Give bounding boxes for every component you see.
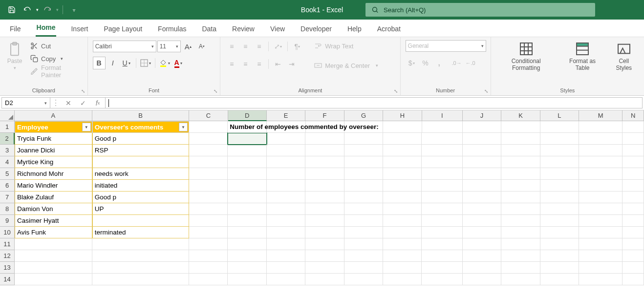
cell-N8[interactable] <box>623 203 644 215</box>
align-bottom-button[interactable]: ≡ <box>253 40 265 53</box>
cell-L12[interactable] <box>540 250 579 262</box>
cell-L10[interactable] <box>540 227 579 238</box>
cell-M8[interactable] <box>579 203 623 215</box>
cell-D11[interactable] <box>228 238 266 250</box>
cell-A4[interactable]: Myrtice King <box>15 156 92 168</box>
cell-C3[interactable] <box>189 145 228 156</box>
cell-B7[interactable]: Good p <box>92 192 189 203</box>
clipboard-launcher[interactable]: ⤡ <box>80 87 86 94</box>
cell-E9[interactable] <box>267 215 305 227</box>
cell-L4[interactable] <box>540 156 579 168</box>
tab-developer[interactable]: Developer <box>300 21 333 37</box>
cell-A10[interactable]: Avis Funk <box>15 227 92 238</box>
cell-N9[interactable] <box>623 215 644 227</box>
formula-input[interactable] <box>106 97 643 108</box>
cell-D5[interactable] <box>228 168 266 180</box>
row-header-4[interactable]: 4 <box>0 156 15 168</box>
cell-J1[interactable] <box>463 121 501 133</box>
column-header-A[interactable]: A <box>15 110 92 121</box>
cell-G2[interactable] <box>344 133 383 145</box>
cell-A3[interactable]: Joanne Dicki <box>15 145 92 156</box>
cell-M5[interactable] <box>579 168 623 180</box>
cell-D10[interactable] <box>228 227 266 238</box>
spreadsheet-grid[interactable]: ABCDEFGHIJKLMN 1234567891011121314 Emplo… <box>0 110 644 299</box>
cell-K2[interactable] <box>501 133 540 145</box>
filter-button-B[interactable]: ▼ <box>179 123 188 131</box>
cell-N1[interactable] <box>623 121 644 133</box>
cell-M13[interactable] <box>579 262 623 274</box>
cell-K5[interactable] <box>501 168 540 180</box>
increase-font-button[interactable]: A▴ <box>182 40 194 53</box>
tab-view[interactable]: View <box>269 21 286 37</box>
cell-F9[interactable] <box>305 215 344 227</box>
cell-C7[interactable] <box>189 192 228 203</box>
name-box[interactable]: D2▾ <box>1 97 50 108</box>
align-middle-button[interactable]: ≡ <box>239 40 252 53</box>
cell-F6[interactable] <box>305 180 344 192</box>
cell-I12[interactable] <box>422 250 462 262</box>
borders-button[interactable]: ▾ <box>139 57 152 69</box>
cell-K3[interactable] <box>501 145 540 156</box>
cell-C9[interactable] <box>189 215 228 227</box>
cell-H13[interactable] <box>383 262 422 274</box>
conditional-formatting-button[interactable]: Conditional Formatting <box>496 40 557 73</box>
row-header-6[interactable]: 6 <box>0 180 15 192</box>
cell-K8[interactable] <box>501 203 540 215</box>
cell-G10[interactable] <box>344 227 383 238</box>
cell-L5[interactable] <box>540 168 579 180</box>
cell-I2[interactable] <box>422 133 462 145</box>
cell-B12[interactable] <box>92 250 189 262</box>
cell-C13[interactable] <box>189 262 228 274</box>
cell-D7[interactable] <box>228 192 266 203</box>
cell-M6[interactable] <box>579 180 623 192</box>
tab-home[interactable]: Home <box>36 20 57 37</box>
cell-F7[interactable] <box>305 192 344 203</box>
cell-H3[interactable] <box>383 145 422 156</box>
cell-N13[interactable] <box>623 262 644 274</box>
orientation-button[interactable]: ⤢▾ <box>272 40 284 53</box>
undo-button[interactable] <box>21 3 34 17</box>
decrease-decimal-button[interactable]: ←.0 <box>464 57 477 69</box>
cell-styles-button[interactable]: Cell Styles <box>608 40 639 73</box>
cell-N4[interactable] <box>623 156 644 168</box>
format-painter-button[interactable]: Format Painter <box>28 65 83 77</box>
row-header-13[interactable]: 13 <box>0 262 15 274</box>
cell-J7[interactable] <box>463 192 501 203</box>
cell-F11[interactable] <box>305 238 344 250</box>
row-header-7[interactable]: 7 <box>0 192 15 203</box>
cell-J12[interactable] <box>463 250 501 262</box>
column-header-M[interactable]: M <box>579 110 623 121</box>
cell-M4[interactable] <box>579 156 623 168</box>
cell-D12[interactable] <box>228 250 266 262</box>
cell-E13[interactable] <box>267 262 305 274</box>
search-box[interactable] <box>365 3 595 17</box>
cell-C1[interactable] <box>189 121 228 133</box>
enter-formula-button[interactable]: ✓ <box>76 99 90 107</box>
cell-B6[interactable]: initiated <box>92 180 189 192</box>
cell-J6[interactable] <box>463 180 501 192</box>
number-launcher[interactable]: ⤡ <box>483 87 490 94</box>
cell-H2[interactable] <box>383 133 422 145</box>
align-top-button[interactable]: ≡ <box>225 40 238 53</box>
column-header-D[interactable]: D <box>228 110 267 121</box>
cell-K9[interactable] <box>501 215 540 227</box>
cell-B3[interactable]: RSP <box>92 145 189 156</box>
cell-J11[interactable] <box>463 238 501 250</box>
font-launcher[interactable]: ⤡ <box>212 87 219 94</box>
cell-G13[interactable] <box>344 262 383 274</box>
column-header-N[interactable]: N <box>623 110 644 121</box>
cell-J14[interactable] <box>463 274 501 285</box>
cell-M14[interactable] <box>579 274 623 285</box>
text-direction-button[interactable]: ¶▾ <box>291 40 303 53</box>
filter-button-A[interactable]: ▼ <box>82 123 91 131</box>
bold-button[interactable]: B <box>93 57 106 69</box>
column-header-L[interactable]: L <box>540 110 579 121</box>
cell-N11[interactable] <box>623 238 644 250</box>
format-as-table-button[interactable]: Format as Table <box>560 40 605 73</box>
cell-F8[interactable] <box>305 203 344 215</box>
cell-C2[interactable] <box>189 133 228 145</box>
row-header-10[interactable]: 10 <box>0 227 15 238</box>
row-header-14[interactable]: 14 <box>0 274 15 285</box>
cell-E6[interactable] <box>267 180 305 192</box>
row-header-8[interactable]: 8 <box>0 203 15 215</box>
